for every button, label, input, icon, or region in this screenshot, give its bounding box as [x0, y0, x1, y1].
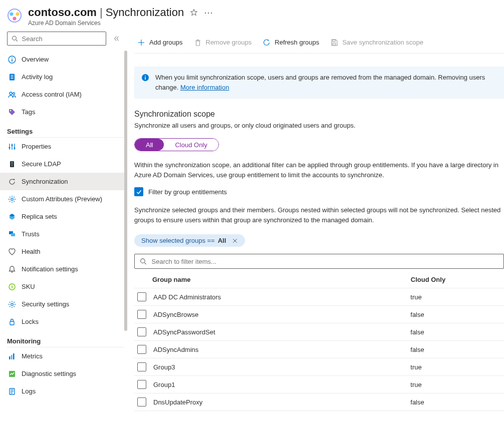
filter-entitlements-label: Filter by group entitlements — [148, 188, 227, 196]
diag-icon — [8, 370, 16, 378]
row-checkbox[interactable] — [137, 397, 146, 406]
save-icon — [330, 39, 338, 47]
resource-type-label: Azure AD Domain Services — [28, 20, 213, 27]
sidebar-item-health[interactable]: Health — [0, 243, 127, 260]
row-checkbox[interactable] — [137, 362, 146, 371]
nav-section-header: Settings — [7, 121, 124, 138]
sidebar-item-synchronization[interactable]: Synchronization — [0, 173, 127, 190]
trust-icon — [8, 230, 16, 238]
sidebar-item-tags[interactable]: Tags — [0, 103, 127, 121]
row-checkbox[interactable] — [137, 345, 146, 354]
server-icon — [8, 160, 16, 168]
filter-entitlements-checkbox[interactable] — [134, 187, 143, 196]
sidebar-item-label: SKU — [22, 283, 35, 290]
sidebar-item-label: Metrics — [22, 352, 43, 360]
command-bar: Add groups Remove groups Refresh groups … — [134, 32, 504, 54]
groups-search-input[interactable] — [134, 254, 504, 269]
collapse-sidebar-icon[interactable] — [111, 33, 122, 44]
health-icon — [8, 248, 16, 256]
sidebar-item-label: Synchronization — [22, 178, 68, 185]
sku-icon — [8, 283, 16, 291]
sidebar-item-label: Security settings — [22, 300, 69, 308]
sidebar-item-label: Logs — [22, 387, 36, 395]
col-cloud-only[interactable]: Cloud Only — [411, 276, 504, 283]
bell-icon — [8, 265, 16, 273]
sidebar-item-diagnostic-settings[interactable]: Diagnostic settings — [0, 365, 127, 382]
sidebar-search-input[interactable] — [7, 32, 106, 46]
group-name: ADSyncAdmins — [153, 346, 198, 353]
metrics-icon — [8, 352, 16, 360]
row-checkbox[interactable] — [137, 327, 146, 336]
table-row: AAD DC Administratorstrue — [134, 288, 504, 306]
log-icon — [8, 73, 16, 81]
table-row: Group1true — [134, 376, 504, 393]
replica-icon — [8, 213, 16, 221]
sidebar-item-label: Properties — [22, 143, 51, 150]
sidebar-item-overview[interactable]: Overview — [0, 51, 127, 68]
sidebar-item-label: Tags — [22, 108, 35, 116]
sidebar-item-replica-sets[interactable]: Replica sets — [0, 208, 127, 225]
filter-pill[interactable]: Show selected groups == All — [134, 234, 245, 247]
plus-icon — [137, 39, 145, 47]
sidebar-item-activity-log[interactable]: Activity log — [0, 68, 127, 86]
sidebar-item-label: Activity log — [22, 73, 53, 81]
sidebar-item-logs[interactable]: Logs — [0, 382, 127, 400]
filter-pill-value: All — [218, 237, 226, 244]
info-banner-link[interactable]: More information — [180, 84, 229, 91]
sidebar-item-custom-attributes-preview-[interactable]: Custom Attributes (Preview) — [0, 190, 127, 208]
tuning-icon — [8, 143, 16, 151]
sidebar-item-notification-settings[interactable]: Notification settings — [0, 260, 127, 278]
info-banner: When you limit synchronization scope, us… — [134, 67, 504, 99]
remove-groups-button[interactable]: Remove groups — [194, 39, 252, 47]
groups-table: Group name Cloud Only AAD DC Administrat… — [134, 271, 504, 411]
scope-toggle-cloud[interactable]: Cloud Only — [164, 139, 218, 151]
cloud-only-value: false — [410, 311, 504, 318]
group-name: Group1 — [153, 381, 175, 388]
refresh-groups-button[interactable]: Refresh groups — [263, 39, 319, 47]
add-groups-button[interactable]: Add groups — [137, 39, 183, 47]
sidebar-item-security-settings[interactable]: Security settings — [0, 295, 127, 313]
sidebar-item-label: Notification settings — [22, 265, 78, 273]
info-solid-icon — [141, 74, 149, 93]
col-group-name[interactable]: Group name — [134, 276, 411, 283]
security-icon — [8, 300, 16, 308]
sidebar-item-trusts[interactable]: Trusts — [0, 225, 127, 243]
scope-desc: Synchronize all users and groups, or onl… — [134, 122, 504, 129]
scope-toggle-all[interactable]: All — [135, 139, 164, 151]
sidebar-item-locks[interactable]: Locks — [0, 313, 127, 330]
nested-groups-para: Synchronize selected groups and their me… — [134, 205, 504, 225]
sidebar-item-label: Health — [22, 248, 41, 255]
more-actions-icon[interactable]: ⋯ — [204, 7, 213, 18]
gear-icon — [8, 195, 16, 203]
people-icon — [8, 91, 16, 99]
filter-pill-clear-icon[interactable] — [232, 238, 238, 244]
group-name: ADSyncBrowse — [153, 311, 198, 318]
row-checkbox[interactable] — [137, 292, 146, 301]
svg-point-65 — [13, 17, 17, 21]
info-icon — [8, 56, 16, 64]
favorite-star-icon[interactable] — [190, 9, 198, 17]
sidebar-item-metrics[interactable]: Metrics — [0, 347, 127, 365]
sidebar-item-properties[interactable]: Properties — [0, 138, 127, 155]
cloud-only-value: true — [410, 363, 504, 371]
nav-section-header: Monitoring — [7, 330, 124, 347]
sidebar-item-access-control-iam-[interactable]: Access control (IAM) — [0, 86, 127, 103]
tag-icon — [8, 108, 16, 116]
scope-toggle: All Cloud Only — [134, 138, 219, 151]
table-row: ADSyncPasswordSetfalse — [134, 323, 504, 341]
row-checkbox[interactable] — [137, 310, 146, 319]
resource-logo-icon — [7, 8, 22, 23]
sidebar: OverviewActivity logAccess control (IAM)… — [0, 32, 127, 411]
scope-title: Synchronization scope — [134, 110, 504, 119]
sidebar-item-label: Replica sets — [22, 213, 57, 220]
cloud-only-value: false — [410, 398, 504, 406]
table-row: Group3true — [134, 358, 504, 376]
table-header: Group name Cloud Only — [134, 271, 504, 288]
sidebar-item-secure-ldap[interactable]: Secure LDAP — [0, 155, 127, 173]
svg-point-64 — [16, 13, 20, 16]
save-scope-button[interactable]: Save synchronization scope — [330, 39, 423, 47]
sidebar-item-sku[interactable]: SKU — [0, 278, 127, 295]
row-checkbox[interactable] — [137, 380, 146, 389]
table-row: ADSyncBrowsefalse — [134, 306, 504, 323]
group-name: DnsUpdateProxy — [153, 398, 202, 406]
